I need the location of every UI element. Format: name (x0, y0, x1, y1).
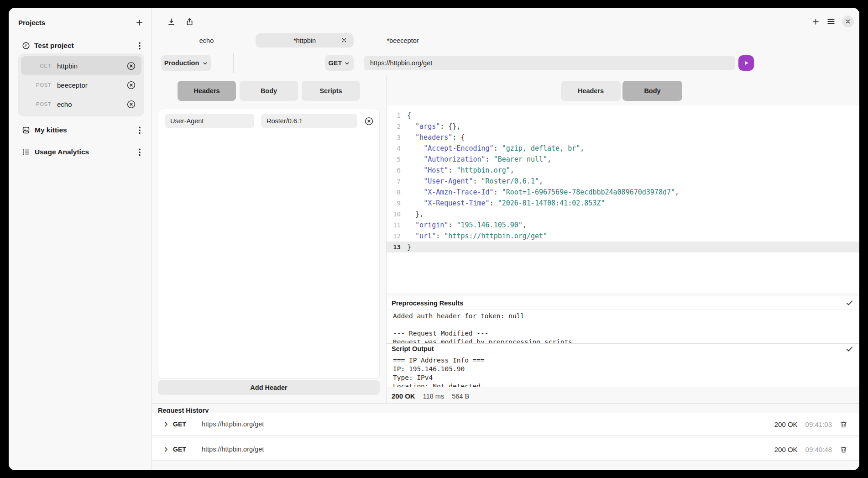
sidebar-section-label: Usage Analytics (35, 148, 131, 156)
request-bar: Production GET (152, 55, 859, 71)
sidebar-item-my-kitties[interactable]: My kitties (9, 125, 151, 136)
tab-scripts[interactable]: Scripts (302, 81, 360, 101)
add-header-button[interactable]: Add Header (158, 380, 380, 395)
script-output-header: Script Output (387, 344, 859, 354)
code-token: "httpbin.org" (456, 166, 510, 174)
code-token: "args" (415, 122, 440, 131)
history-row[interactable]: GEThttps://httpbin.org/get200 OK09:40:48 (152, 438, 859, 461)
preprocessing-output: Added auth header for token: null --- Re… (387, 310, 859, 343)
code-text: }, (407, 209, 424, 220)
request-method-label: POST (27, 82, 51, 88)
tab-body[interactable]: Body (622, 81, 682, 101)
request-bar-divider (233, 53, 234, 73)
remove-header-icon[interactable] (364, 116, 374, 126)
tab-label: echo (199, 37, 214, 44)
header-value-input[interactable] (261, 114, 357, 128)
line-number: 1 (387, 110, 407, 121)
code-text: "User-Agent": "Roster/0.6.1", (407, 176, 543, 187)
tab-beeceptor[interactable]: *beeceptor (354, 33, 452, 47)
method-dropdown[interactable]: GET (325, 55, 354, 71)
history-row-meta: 200 OK09:41:03 (774, 420, 847, 428)
menu-icon[interactable] (826, 17, 836, 26)
remove-request-icon[interactable] (126, 100, 136, 109)
url-input[interactable] (364, 56, 735, 70)
new-tab-icon[interactable] (811, 17, 820, 26)
code-token: , (510, 166, 514, 174)
close-window-icon[interactable] (842, 16, 854, 27)
line-number: 10 (387, 209, 407, 220)
status-code: 200 OK (392, 392, 415, 400)
line-number: 6 (387, 165, 407, 176)
code-line: 9 "X-Request-Time": "2026-01-14T08:41:02… (387, 198, 859, 209)
response-body-code[interactable]: 1{2 "args": {},3 "headers": {4 "Accept-E… (387, 105, 859, 293)
environment-dropdown[interactable]: Production (161, 55, 211, 71)
status-size: 564 B (452, 393, 469, 400)
request-panel-tabs: HeadersBodyScripts (178, 81, 360, 101)
image-icon (22, 126, 30, 134)
request-name: httpbin (57, 62, 126, 70)
sidebar-item-usage-analytics[interactable]: Usage Analytics (9, 147, 151, 158)
tab-body[interactable]: Body (240, 81, 298, 101)
history-row[interactable]: GEThttps://httpbin.org/get200 OK09:41:03 (152, 413, 859, 436)
remove-request-icon[interactable] (126, 61, 136, 71)
output-line: IP: 195.146.105.90 (393, 365, 859, 373)
code-token: "X-Amzn-Trace-Id" (424, 188, 494, 196)
code-token: { (407, 111, 411, 120)
tab-headers[interactable]: Headers (178, 81, 236, 101)
history-time: 09:40:48 (805, 446, 832, 453)
send-button[interactable] (738, 55, 754, 71)
output-line: --- Request Modified --- (393, 329, 859, 338)
line-number: 8 (387, 187, 407, 198)
history-rows: GEThttps://httpbin.org/get200 OK09:41:03… (152, 413, 859, 463)
share-icon[interactable] (185, 17, 194, 26)
remove-request-icon[interactable] (126, 80, 136, 90)
header-key-input[interactable] (165, 114, 254, 128)
code-token: , (580, 144, 584, 152)
sidebar-request-httpbin[interactable]: GEThttpbin (21, 56, 141, 75)
history-time: 09:41:03 (805, 420, 832, 428)
code-token: "195.146.105.90" (456, 221, 523, 229)
code-token (407, 122, 415, 131)
check-icon (846, 345, 853, 353)
method-label: GET (329, 59, 342, 67)
headers-editor (158, 109, 380, 379)
output-line: Location: Not detected (393, 382, 859, 387)
sidebar-section-label: My kitties (35, 126, 131, 134)
project-group-header[interactable]: Test project (9, 40, 151, 51)
download-icon[interactable] (167, 17, 176, 26)
code-token: "Roster/0.6.1" (481, 177, 539, 185)
delete-history-icon[interactable] (840, 446, 847, 453)
tab-httpbin[interactable]: *httpbin (256, 33, 354, 47)
close-tab-icon[interactable] (341, 37, 347, 43)
chevron-right-icon[interactable] (162, 446, 169, 453)
tab-echo[interactable]: echo (157, 33, 256, 47)
delete-history-icon[interactable] (840, 420, 847, 428)
code-token: , (523, 221, 527, 229)
code-token: "Root=1-6967569e-78ecdbbb24a089670d3978d… (502, 188, 675, 196)
preprocessing-section: Preprocessing Results Added auth header … (387, 296, 859, 343)
my-kitties-menu-icon[interactable] (136, 126, 144, 134)
add-project-icon[interactable] (135, 18, 144, 27)
main-area: echo*httpbin*beeceptor Production GET (152, 8, 859, 470)
header-row (165, 114, 373, 128)
sidebar-request-echo[interactable]: POSTecho (21, 95, 141, 114)
sidebar-header: Projects (9, 17, 151, 28)
project-menu-icon[interactable] (136, 42, 144, 50)
code-token (407, 144, 424, 152)
sidebar: Projects Test project GEThttpbinPOSTbeec… (9, 8, 152, 470)
sidebar-request-beeceptor[interactable]: POSTbeeceptor (21, 75, 141, 95)
history-status: 200 OK (774, 420, 798, 428)
code-text: "origin": "195.146.105.90", (407, 220, 527, 231)
history-status: 200 OK (774, 446, 798, 453)
output-line (393, 320, 859, 329)
preprocessing-header: Preprocessing Results (387, 296, 859, 310)
usage-analytics-menu-icon[interactable] (136, 148, 144, 156)
code-text: "Accept-Encoding": "gzip, deflate, br", (407, 143, 584, 154)
chevron-right-icon[interactable] (162, 421, 169, 428)
tab-headers[interactable]: Headers (561, 81, 621, 101)
code-token: : {}, (440, 122, 460, 131)
line-number: 13 (387, 242, 407, 252)
code-token: "Host" (424, 166, 448, 174)
request-name: echo (57, 100, 126, 108)
code-text: "Host": "httpbin.org", (407, 165, 514, 176)
